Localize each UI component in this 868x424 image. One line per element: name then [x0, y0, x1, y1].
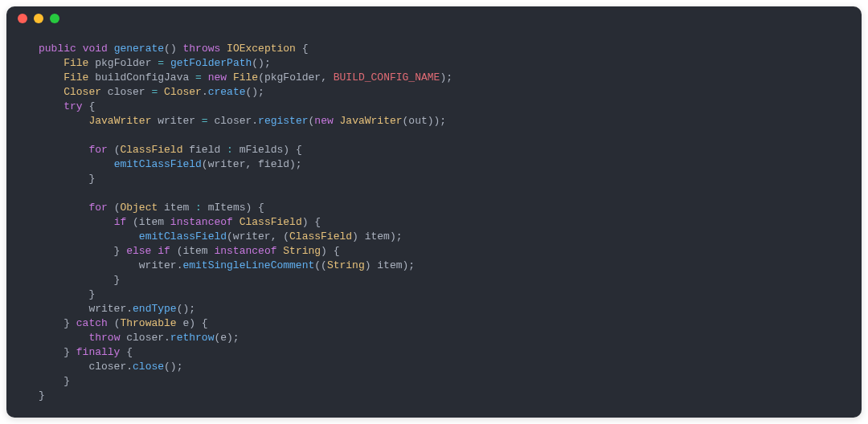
token-plain: closer [101, 86, 151, 98]
code-line: closer.close(); [39, 361, 182, 373]
token-kw: new [208, 71, 227, 84]
code-window: public void generate() throws IOExceptio… [6, 6, 862, 418]
code-line: Closer closer = Closer.create(); [39, 86, 264, 98]
token-type: ClassField [289, 230, 352, 243]
token-plain [233, 216, 240, 228]
token-plain [39, 202, 88, 214]
token-kw: instanceof [214, 245, 276, 257]
token-plain: writer. [39, 259, 182, 271]
token-plain: (out)); [403, 115, 447, 127]
code-line: } [39, 173, 95, 185]
token-plain: buildConfigJava [88, 71, 195, 84]
token-plain: ) item); [352, 230, 402, 243]
token-plain [39, 100, 63, 112]
token-op: = [195, 71, 202, 84]
code-line: } else if (item instanceof String) { [39, 245, 340, 257]
token-plain: field [182, 144, 227, 156]
code-line: } [39, 288, 95, 300]
token-plain: (item [170, 245, 215, 257]
token-op: = [202, 115, 208, 127]
token-plain: (); [246, 86, 264, 98]
token-kw: throw [88, 332, 120, 344]
token-op: = [158, 57, 164, 69]
token-fn: generate [114, 43, 164, 55]
code-block: public void generate() throws IOExceptio… [6, 31, 862, 414]
code-line: throw closer.rethrow(e); [39, 332, 240, 344]
token-plain: { [120, 346, 133, 358]
token-fn: endType [133, 303, 177, 315]
token-type: Closer [164, 86, 202, 98]
token-kw: catch [76, 317, 108, 329]
token-kw: else [126, 245, 151, 257]
token-plain: (writer, ( [227, 230, 289, 243]
token-plain [39, 115, 88, 127]
code-line: } finally { [39, 346, 133, 358]
token-fn: rethrow [170, 332, 215, 344]
token-plain: ) item); [365, 259, 415, 271]
token-plain: item [158, 202, 195, 214]
token-fn: emitClassField [114, 158, 202, 170]
token-kw: finally [76, 346, 121, 358]
token-plain: ( [108, 144, 121, 156]
token-plain: writer. [39, 303, 133, 315]
token-kw: throws [182, 43, 220, 55]
token-type: String [283, 245, 321, 257]
token-plain: e) { [177, 317, 208, 329]
token-plain [39, 86, 63, 98]
code-line: for (ClassField field : mFields) { [39, 144, 302, 156]
token-plain [220, 43, 227, 55]
code-line: public void generate() throws IOExceptio… [39, 43, 309, 55]
token-fn: close [133, 361, 164, 373]
token-kw: if [158, 245, 170, 257]
token-plain: } [39, 317, 76, 329]
token-plain [39, 332, 88, 344]
token-plain: . [202, 86, 208, 98]
token-plain [39, 216, 114, 228]
minimize-icon[interactable] [34, 14, 43, 23]
token-fn: getFolderPath [170, 57, 252, 69]
token-plain: mFields) { [233, 144, 302, 156]
token-type: ClassField [120, 144, 182, 156]
token-kw: for [88, 202, 107, 214]
maximize-icon[interactable] [50, 14, 59, 23]
token-plain [202, 71, 208, 84]
token-plain: closer. [208, 115, 258, 127]
token-fn: emitSingleLineComment [182, 259, 314, 271]
code-line: File buildConfigJava = new File(pkgFolde… [39, 71, 452, 84]
token-plain: } [39, 274, 120, 286]
token-plain: { [83, 100, 96, 112]
token-fn: register [258, 115, 308, 127]
code-line: for (Object item : mItems) { [39, 202, 264, 214]
token-kw: try [63, 100, 82, 112]
token-plain: closer. [120, 332, 170, 344]
token-op: : [195, 202, 202, 214]
token-plain: { [296, 43, 309, 55]
token-var: BUILD_CONFIG_NAME [334, 71, 440, 84]
token-type: Closer [63, 86, 101, 98]
token-type: File [63, 71, 88, 84]
token-plain [39, 144, 88, 156]
token-plain: ( [108, 202, 121, 214]
token-plain [227, 71, 233, 84]
token-fn: emitClassField [139, 230, 227, 243]
token-plain: closer. [39, 361, 133, 373]
token-plain [39, 230, 139, 243]
token-type: JavaWriter [88, 115, 151, 127]
token-plain: (( [314, 259, 327, 271]
window-titlebar [6, 6, 862, 31]
token-plain [39, 158, 114, 170]
token-plain: (writer, field); [202, 158, 302, 170]
token-plain [158, 86, 164, 98]
code-line: File pkgFolder = getFolderPath(); [39, 57, 271, 69]
token-type: File [233, 71, 258, 84]
token-plain: (item [126, 216, 170, 228]
token-plain [164, 57, 170, 69]
close-icon[interactable] [18, 14, 27, 23]
token-plain: } [39, 346, 76, 358]
code-line: JavaWriter writer = closer.register(new … [39, 115, 446, 127]
token-plain: } [39, 288, 95, 300]
token-plain: } [39, 375, 70, 387]
token-plain: } [39, 173, 95, 185]
code-line: try { [39, 100, 95, 112]
token-plain [39, 71, 63, 84]
